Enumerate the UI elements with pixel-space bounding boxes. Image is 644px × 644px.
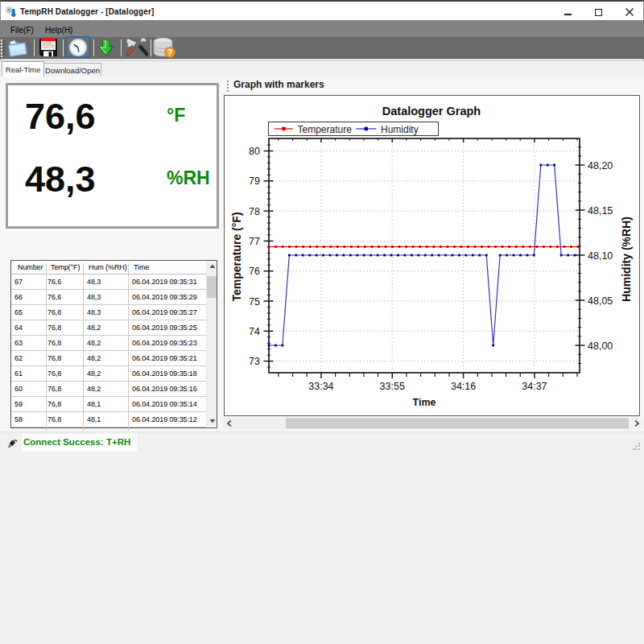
svg-text:Humidity: Humidity — [381, 124, 419, 135]
svg-text:34:37: 34:37 — [522, 381, 547, 392]
svg-text:34:16: 34:16 — [451, 381, 476, 392]
svg-text:Time: Time — [413, 397, 436, 408]
svg-text:73: 73 — [249, 356, 260, 367]
svg-text:?: ? — [167, 47, 172, 57]
svg-text:79: 79 — [249, 175, 260, 187]
svg-text:Temperature: Temperature — [298, 124, 353, 135]
svg-text:80: 80 — [249, 146, 260, 157]
svg-text:74: 74 — [249, 326, 260, 337]
svg-text:48,10: 48,10 — [588, 250, 613, 262]
svg-text:Humidity (%RH): Humidity (%RH) — [620, 217, 633, 302]
svg-text:48,20: 48,20 — [588, 160, 613, 171]
svg-text:33:34: 33:34 — [308, 381, 333, 392]
svg-text:Temperature (°F): Temperature (°F) — [230, 212, 243, 301]
svg-text:48,15: 48,15 — [588, 205, 613, 217]
svg-text:33:55: 33:55 — [380, 381, 405, 392]
svg-text:77: 77 — [249, 236, 260, 247]
svg-text:48,05: 48,05 — [588, 295, 613, 307]
svg-text:48,00: 48,00 — [588, 341, 613, 352]
svg-text:75: 75 — [249, 296, 260, 308]
svg-text:78: 78 — [249, 206, 260, 217]
svg-text:76: 76 — [249, 266, 260, 277]
svg-text:Datalogger Graph: Datalogger Graph — [382, 105, 481, 118]
